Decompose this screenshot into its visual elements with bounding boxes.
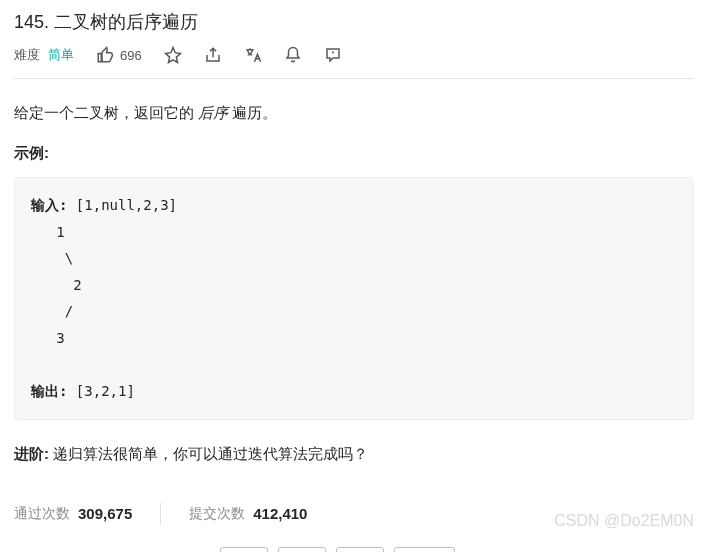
like-button[interactable]: 696 bbox=[96, 46, 142, 64]
divider bbox=[160, 503, 161, 525]
advance-label: 进阶: bbox=[14, 445, 49, 462]
output-label: 输出: bbox=[31, 383, 67, 399]
translate-icon[interactable] bbox=[244, 46, 262, 64]
desc-emphasis: 后序 bbox=[198, 104, 232, 121]
feedback-icon[interactable] bbox=[324, 46, 342, 64]
pass-label: 通过次数 bbox=[14, 505, 70, 523]
chip-shixi[interactable]: 实习 bbox=[336, 547, 384, 552]
share-icon[interactable] bbox=[204, 46, 222, 64]
stat-submit: 提交次数 412,410 bbox=[189, 505, 307, 523]
submit-value: 412,410 bbox=[253, 505, 307, 522]
chip-weiyudao[interactable]: 未遇到 bbox=[394, 547, 455, 552]
desc-suffix: 遍历。 bbox=[232, 104, 277, 121]
advance-note: 进阶: 递归算法很简单，你可以通过迭代算法完成吗？ bbox=[14, 440, 694, 467]
stat-pass: 通过次数 309,675 bbox=[14, 505, 132, 523]
difficulty-label: 难度 bbox=[14, 46, 40, 64]
submit-label: 提交次数 bbox=[189, 505, 245, 523]
problem-title: 145. 二叉树的后序遍历 bbox=[14, 10, 694, 34]
desc-prefix: 给定一个二叉树，返回它的 bbox=[14, 104, 198, 121]
example-code-block: 输入: [1,null,2,3] 1 \ 2 / 3 输出: [3,2,1] bbox=[14, 177, 694, 420]
chip-xiaozhao[interactable]: 校招 bbox=[278, 547, 326, 552]
advance-text: 递归算法很简单，你可以通过迭代算法完成吗？ bbox=[49, 445, 368, 462]
content: 给定一个二叉树，返回它的 后序 遍历。 示例: 输入: [1,null,2,3]… bbox=[14, 99, 694, 552]
input-label: 输入: bbox=[31, 197, 67, 213]
star-icon[interactable] bbox=[164, 46, 182, 64]
thumbs-up-icon bbox=[96, 46, 114, 64]
example-label: 示例: bbox=[14, 144, 694, 163]
tree-ascii: 1 \ 2 / 3 bbox=[31, 224, 82, 346]
output-value: [3,2,1] bbox=[67, 383, 134, 399]
meta-row: 难度 简单 696 bbox=[14, 46, 694, 79]
problem-description: 给定一个二叉树，返回它的 后序 遍历。 bbox=[14, 99, 694, 126]
footer-row: 请问您在哪类招聘中遇到此题？ 社招 校招 实习 未遇到 bbox=[14, 547, 694, 552]
input-value: [1,null,2,3] bbox=[67, 197, 177, 213]
pass-value: 309,675 bbox=[78, 505, 132, 522]
stats-row: 通过次数 309,675 提交次数 412,410 bbox=[14, 487, 694, 541]
like-count: 696 bbox=[120, 48, 142, 63]
chip-shezhaо[interactable]: 社招 bbox=[220, 547, 268, 552]
bell-icon[interactable] bbox=[284, 46, 302, 64]
difficulty-value: 简单 bbox=[48, 46, 74, 64]
